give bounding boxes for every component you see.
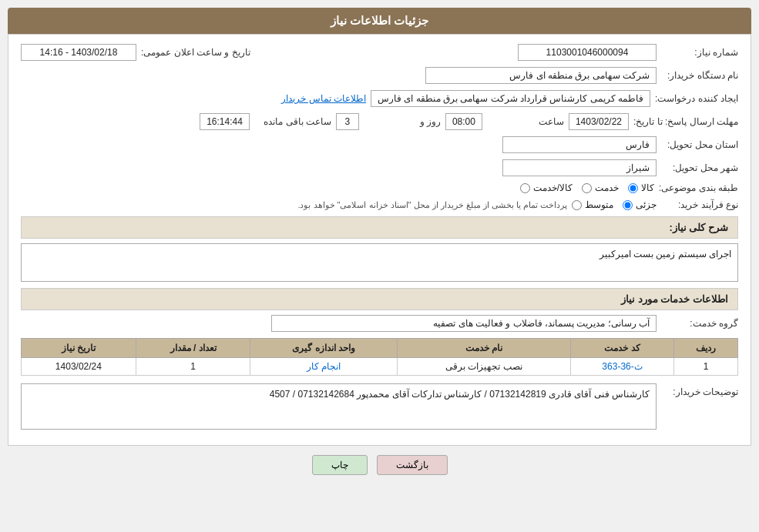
need-number-row: شماره نیاز: 1103001046000094 تاریخ و ساع… xyxy=(21,44,738,61)
print-button[interactable]: چاپ xyxy=(312,455,368,475)
date-value: 1403/02/18 - 14:16 xyxy=(21,44,136,61)
row-quantity: 1 xyxy=(136,358,250,376)
deadline-label: مهلت ارسال پاسخ: تا تاریخ: xyxy=(633,116,738,127)
category-row: طبقه بندی موضوعی: کالا/خدمت خدمت کالا xyxy=(21,182,738,193)
col-header-name: نام خدمت xyxy=(397,339,570,358)
row-service-name: نصب تجهیزات برقی xyxy=(397,358,570,376)
category-radio-group: کالا/خدمت خدمت کالا xyxy=(520,182,654,193)
need-description-section: شرح کلی نیاز: xyxy=(21,216,738,239)
requester-value: فاطمه کریمی کارشناس قرارداد شرکت سهامی ب… xyxy=(371,90,650,107)
city-row: شهر محل تحویل: شیراز xyxy=(21,159,738,176)
category-label: طبقه بندی موضوعی: xyxy=(659,182,738,193)
category-option-kala-khadamat[interactable]: کالا/خدمت xyxy=(520,182,573,193)
services-section: اطلاعات خدمات مورد نیاز xyxy=(21,288,738,310)
page-header: جزئیات اطلاعات نیاز xyxy=(8,8,751,34)
main-content: شماره نیاز: 1103001046000094 تاریخ و ساع… xyxy=(8,34,751,446)
process-label: نوع فرآیند خرید: xyxy=(661,199,738,210)
deadline-row: مهلت ارسال پاسخ: تا تاریخ: 1403/02/22 سا… xyxy=(21,113,738,130)
table-row: 1 ث-36-363 نصب تجهیزات برقی انجام کار 1 … xyxy=(22,358,738,376)
province-label: استان محل تحویل: xyxy=(661,139,738,150)
city-label: شهر محل تحویل: xyxy=(661,162,738,173)
deadline-day-label: روز و xyxy=(364,116,441,127)
service-group-row: گروه خدمت: آب رسانی؛ مدیریت پسماند، فاضل… xyxy=(21,315,738,332)
buyer-org-label: نام دستگاه خریدار: xyxy=(661,70,738,81)
col-header-unit: واحد اندازه گیری xyxy=(250,339,397,358)
need-number-value: 1103001046000094 xyxy=(518,44,657,61)
province-row: استان محل تحویل: فارس xyxy=(21,136,738,153)
need-description-row: اجرای سیستم زمین بست امیرکبیر xyxy=(21,243,738,282)
process-radio-group: متوسط جزئی xyxy=(572,199,657,210)
province-value: فارس xyxy=(502,136,657,153)
col-header-date: تاریخ نیاز xyxy=(22,339,136,358)
category-option-khadamat[interactable]: خدمت xyxy=(582,182,619,193)
row-unit[interactable]: انجام کار xyxy=(250,358,397,376)
need-description-value: اجرای سیستم زمین بست امیرکبیر xyxy=(21,243,738,282)
deadline-time-label: ساعت xyxy=(487,116,564,127)
buyer-notes-label: توضیحات خریدار: xyxy=(661,386,738,397)
contact-link[interactable]: اطلاعات تماس خریدار xyxy=(281,93,366,104)
row-number: 1 xyxy=(674,358,738,376)
need-number-label: شماره نیاز: xyxy=(661,47,738,58)
buyer-notes-row: توضیحات خریدار: کارشناس فنی آقای قادری 0… xyxy=(21,383,738,430)
city-value: شیراز xyxy=(502,159,657,176)
process-row: نوع فرآیند خرید: متوسط جزئی پرداخت تمام … xyxy=(21,199,738,210)
need-description-label: شرح کلی نیاز: xyxy=(669,222,728,233)
date-label: تاریخ و ساعت اعلان عمومی: xyxy=(141,47,250,58)
requester-label: ایجاد کننده درخواست: xyxy=(655,93,738,104)
deadline-remaining-label: ساعت باقی مانده xyxy=(254,116,331,127)
process-option-motavasset[interactable]: متوسط xyxy=(572,199,613,210)
button-row: بازگشت چاپ xyxy=(8,455,751,475)
services-section-label: اطلاعات خدمات مورد نیاز xyxy=(621,293,728,305)
deadline-days: 3 xyxy=(336,113,359,130)
row-code[interactable]: ث-36-363 xyxy=(571,358,674,376)
process-option-jozee[interactable]: جزئی xyxy=(623,199,657,210)
buyer-org-row: نام دستگاه خریدار: شرکت سهامی برق منطقه … xyxy=(21,67,738,84)
deadline-date: 1403/02/22 xyxy=(569,113,629,130)
requester-row: ایجاد کننده درخواست: فاطمه کریمی کارشناس… xyxy=(21,90,738,107)
buyer-org-value: شرکت سهامی برق منطقه ای فارس xyxy=(425,67,657,84)
back-button[interactable]: بازگشت xyxy=(377,455,448,475)
col-header-code: کد خدمت xyxy=(571,339,674,358)
process-note: پرداخت تمام یا بخشی از مبلغ خریدار از مح… xyxy=(297,200,567,210)
service-group-value: آب رسانی؛ مدیریت پسماند، فاضلاب و فعالیت… xyxy=(271,315,657,332)
deadline-remaining: 16:14:44 xyxy=(200,113,250,130)
col-header-qty: تعداد / مقدار xyxy=(136,339,250,358)
deadline-time: 08:00 xyxy=(445,113,482,130)
services-table: ردیف کد خدمت نام خدمت واحد اندازه گیری ت… xyxy=(21,338,738,376)
service-group-label: گروه خدمت: xyxy=(661,318,738,329)
category-option-kala[interactable]: کالا xyxy=(628,182,654,193)
page-title: جزئیات اطلاعات نیاز xyxy=(331,14,428,27)
col-header-row: ردیف xyxy=(674,339,738,358)
buyer-notes-value: کارشناس فنی آقای قادری 07132142819 / کار… xyxy=(21,383,657,430)
row-date: 1403/02/24 xyxy=(22,358,136,376)
